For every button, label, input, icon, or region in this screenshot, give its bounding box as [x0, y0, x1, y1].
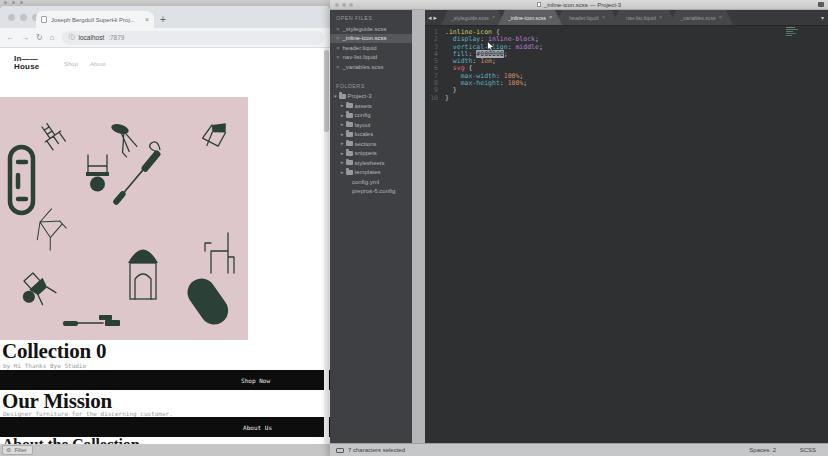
- editor-tabbar: ◂ ▸ _styleguide.scss×_inline-icon.scss×h…: [425, 10, 828, 26]
- tree-closed-icon[interactable]: ▸: [341, 113, 344, 118]
- tab-close-icon[interactable]: ×: [492, 15, 495, 21]
- file-close-icon[interactable]: ×: [336, 64, 340, 70]
- folder-icon: [346, 122, 353, 127]
- editor-traffic-lights[interactable]: [335, 3, 353, 7]
- folder-assets[interactable]: ▸assets: [330, 101, 412, 111]
- file-label: _inline-icon.scss: [343, 35, 387, 41]
- tree-closed-icon[interactable]: ▸: [341, 103, 344, 108]
- filter-pill[interactable]: ⚙ Filter: [2, 445, 33, 455]
- nav-link-about[interactable]: About: [90, 61, 106, 67]
- editor-tab-_styleguide.scss[interactable]: _styleguide.scss×: [441, 10, 505, 25]
- folder-layout[interactable]: ▸layout: [330, 120, 412, 130]
- browser-tab[interactable]: Joseph Bergdoll SuperHi Proj... ×: [36, 11, 154, 28]
- editor-titlebar[interactable]: _inline-icon.scss — Project-3: [330, 0, 828, 10]
- browser-traffic-lights[interactable]: [8, 14, 39, 21]
- browser-toolbar: ← → ↻ ⌂ ⓘ localhost :7879: [0, 28, 330, 48]
- indent-setting[interactable]: Spaces: 2: [749, 447, 776, 453]
- nav-link-shop[interactable]: Shop: [64, 61, 78, 67]
- back-icon[interactable]: ←: [6, 34, 14, 42]
- folder-stylesheets[interactable]: ▸stylesheets: [330, 158, 412, 168]
- tab-next-icon[interactable]: ▸: [434, 14, 438, 21]
- editor-tab-_variables.scss[interactable]: _variables.scss×: [669, 10, 733, 25]
- reload-icon[interactable]: ↻: [36, 34, 43, 42]
- code-editor[interactable]: 1.inline-icon {2 display: inline-block;3…: [425, 26, 828, 443]
- folder-icon: [346, 103, 353, 108]
- site-info-icon[interactable]: ⓘ: [69, 33, 75, 42]
- folder-icon: [346, 113, 353, 118]
- open-file-nav-list.liquid[interactable]: ×nav-list.liquid: [330, 53, 412, 63]
- open-files-list: ×_styleguide.scss×_inline-icon.scss×head…: [330, 24, 412, 72]
- code-line[interactable]: 9 }: [425, 87, 828, 94]
- tab-prev-icon[interactable]: ◂: [428, 14, 432, 21]
- folder-icon: [339, 94, 346, 99]
- forward-icon[interactable]: →: [21, 34, 29, 42]
- new-tab-button[interactable]: +: [160, 11, 166, 28]
- folder-templates[interactable]: ▸templates: [330, 168, 412, 178]
- tree-closed-icon[interactable]: ▸: [341, 160, 344, 165]
- folder-snippets[interactable]: ▸snippets: [330, 149, 412, 159]
- tree-closed-icon[interactable]: ▸: [341, 122, 344, 127]
- editor-tab-_inline-icon.scss[interactable]: _inline-icon.scss×: [498, 10, 562, 25]
- folder-sections[interactable]: ▸sections: [330, 139, 412, 149]
- open-file-_styleguide.scss[interactable]: ×_styleguide.scss: [330, 24, 412, 34]
- editor-tabs: _styleguide.scss×_inline-icon.scss×heade…: [441, 10, 726, 25]
- folder-icon: [346, 160, 353, 165]
- about-us-button[interactable]: About Us: [243, 424, 272, 431]
- section-heading-about-collection: About the Collection: [2, 436, 139, 444]
- shop-now-bar: Shop Now: [0, 370, 330, 390]
- tab-close-icon[interactable]: ×: [549, 15, 552, 21]
- tab-overflow-icon[interactable]: ▾: [821, 14, 824, 21]
- titlebar-menu-icon[interactable]: [818, 2, 824, 7]
- file-close-icon[interactable]: ×: [336, 35, 340, 41]
- file-close-icon[interactable]: ×: [336, 26, 340, 32]
- tree-label: Project-3: [348, 93, 372, 99]
- scrollbar-thumb[interactable]: [324, 50, 329, 132]
- file-close-icon[interactable]: ×: [336, 45, 340, 51]
- tree-label: stylesheets: [355, 160, 385, 166]
- document-icon: [537, 2, 541, 7]
- file-close-icon[interactable]: ×: [336, 54, 340, 60]
- tab-history-nav: ◂ ▸: [428, 14, 437, 21]
- tree-open-icon[interactable]: ▾: [334, 94, 337, 99]
- open-file-_variables.scss[interactable]: ×_variables.scss: [330, 62, 412, 72]
- folder-tree: ▾Project-3▸assets▸config▸layout▸locales▸…: [330, 92, 412, 197]
- tab-close-icon[interactable]: ×: [602, 15, 605, 21]
- folder-icon: [346, 132, 353, 137]
- tree-closed-icon[interactable]: ▸: [341, 170, 344, 175]
- open-file-_inline-icon.scss[interactable]: ×_inline-icon.scss: [330, 34, 412, 44]
- project-file-prepros-6.config[interactable]: prepros-6.config: [330, 187, 412, 197]
- tab-close-icon[interactable]: ×: [719, 15, 722, 21]
- tab-label: header.liquid: [569, 15, 598, 21]
- folder-root[interactable]: ▾Project-3: [330, 92, 412, 102]
- browser-tabstrip: Joseph Bergdoll SuperHi Proj... × +: [0, 6, 330, 28]
- tree-closed-icon[interactable]: ▸: [341, 141, 344, 146]
- browser-tab-title: Joseph Bergdoll SuperHi Proj...: [51, 17, 141, 23]
- folders-heading: FOLDERS: [330, 78, 412, 92]
- url-bar[interactable]: ⓘ localhost :7879: [62, 31, 324, 45]
- selection-info-icon: [336, 448, 344, 453]
- tree-label: config: [355, 112, 371, 118]
- tab-close-icon[interactable]: ×: [145, 16, 149, 23]
- tree-label: prepros-6.config: [352, 188, 395, 194]
- open-files-heading: OPEN FILES: [330, 10, 412, 24]
- tab-close-icon[interactable]: ×: [659, 15, 662, 21]
- code-line[interactable]: 5 width: 1em;: [425, 58, 828, 65]
- project-file-config.yml[interactable]: config.yml: [330, 177, 412, 187]
- minimap[interactable]: [786, 27, 798, 37]
- editor-tab-nav-list.liquid[interactable]: nav-list.liquid×: [612, 10, 676, 25]
- tree-label: snippets: [355, 150, 377, 156]
- code-line[interactable]: 10}: [425, 95, 828, 102]
- shop-now-button[interactable]: Shop Now: [241, 377, 270, 384]
- editor-tab-header.liquid[interactable]: header.liquid×: [555, 10, 619, 25]
- section-heading-collection: Collection 0: [2, 339, 106, 364]
- open-file-header.liquid[interactable]: ×header.liquid: [330, 43, 412, 53]
- tree-closed-icon[interactable]: ▸: [341, 132, 344, 137]
- code-line[interactable]: 8 max-height: 100%;: [425, 80, 828, 87]
- tree-closed-icon[interactable]: ▸: [341, 151, 344, 156]
- folder-locales[interactable]: ▸locales: [330, 130, 412, 140]
- site-logo[interactable]: In——House: [14, 55, 39, 71]
- folder-config[interactable]: ▸config: [330, 111, 412, 121]
- home-icon[interactable]: ⌂: [50, 34, 55, 42]
- page-scrollbar[interactable]: [324, 48, 329, 444]
- syntax-mode[interactable]: SCSS: [800, 447, 816, 453]
